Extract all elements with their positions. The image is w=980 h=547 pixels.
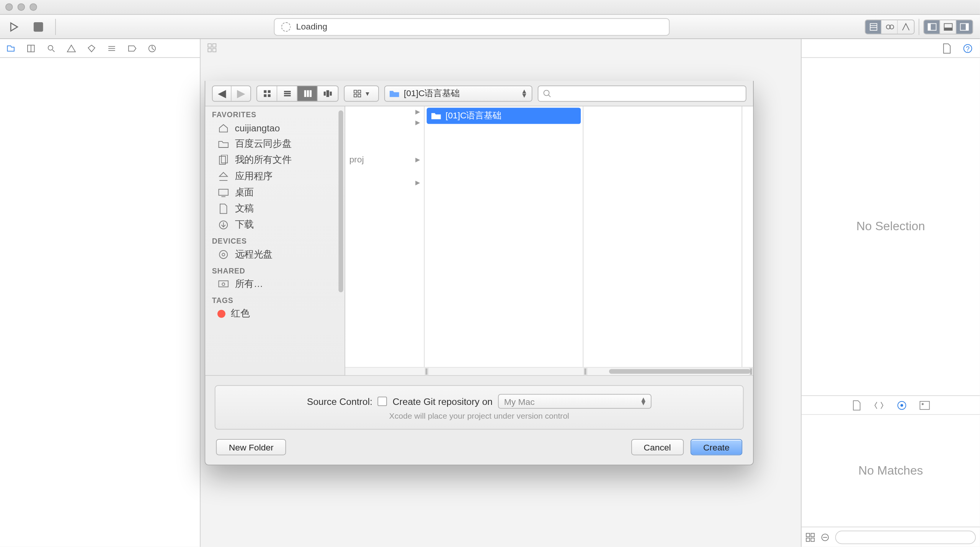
library-filter-field[interactable]: [835, 530, 976, 544]
list-item[interactable]: proj▶: [345, 152, 424, 166]
close-window-icon[interactable]: [5, 3, 13, 11]
panel-visibility-segment[interactable]: [923, 19, 973, 34]
coverflow-view-icon[interactable]: [318, 86, 338, 101]
minimize-window-icon[interactable]: [18, 3, 25, 11]
breakpoint-navigator-icon[interactable]: [127, 43, 137, 54]
version-editor-icon[interactable]: [898, 20, 914, 33]
svg-rect-39: [358, 90, 360, 93]
sidebar-item-allfiles[interactable]: 我的所有文件: [205, 152, 345, 168]
sidebar-item-documents[interactable]: 文稿: [205, 201, 345, 217]
list-view-icon[interactable]: [277, 86, 297, 101]
sheet-search-field[interactable]: [538, 85, 746, 101]
zoom-window-icon[interactable]: [29, 3, 37, 11]
updown-chevron-icon: ▲▼: [521, 89, 528, 97]
forward-button[interactable]: ▶: [232, 86, 250, 101]
svg-rect-36: [327, 90, 329, 97]
test-navigator-icon[interactable]: [86, 43, 97, 54]
code-snippet-library-icon[interactable]: [873, 400, 884, 410]
browser-column-1[interactable]: ▶ ▶ proj▶ ▶: [345, 106, 425, 375]
issue-navigator-icon[interactable]: [66, 43, 77, 54]
sidebar-item-remotedisc[interactable]: 远程光盘: [205, 246, 345, 262]
svg-point-58: [921, 403, 923, 405]
column-browser[interactable]: ▶ ▶ proj▶ ▶ [01]C语言基础 ▶: [345, 106, 753, 375]
left-panel-toggle-icon[interactable]: [924, 20, 940, 33]
column-resize-handle[interactable]: ‖: [425, 367, 429, 375]
list-item[interactable]: ▶: [345, 106, 424, 117]
svg-rect-62: [811, 538, 814, 541]
project-navigator-icon[interactable]: [5, 43, 16, 54]
svg-rect-35: [324, 91, 326, 95]
downloads-icon: [217, 219, 230, 231]
sidebar-item-downloads[interactable]: 下载: [205, 217, 345, 233]
back-button[interactable]: ◀: [213, 86, 232, 101]
svg-rect-10: [966, 23, 969, 30]
svg-text:?: ?: [966, 45, 970, 52]
right-panel-toggle-icon[interactable]: [956, 20, 972, 33]
grid-view-icon[interactable]: [805, 532, 815, 542]
editor-mode-segment[interactable]: [865, 19, 915, 34]
debug-navigator-icon[interactable]: [106, 43, 117, 54]
bottom-panel-toggle-icon[interactable]: [940, 20, 956, 33]
browser-column-3[interactable]: [583, 106, 742, 375]
all-files-icon: [217, 154, 230, 167]
run-button[interactable]: [7, 19, 22, 34]
location-popup[interactable]: [01]C语言基础 ▲▼: [384, 85, 532, 101]
svg-rect-32: [304, 90, 306, 97]
main-toolbar: Loading: [0, 15, 980, 39]
updown-chevron-icon: ▲▼: [640, 397, 647, 405]
list-item[interactable]: ▶: [345, 177, 424, 188]
selected-folder-item[interactable]: [01]C语言基础: [427, 108, 581, 124]
svg-rect-0: [870, 23, 877, 30]
sidebar-item-home[interactable]: cuijiangtao: [205, 120, 345, 136]
create-button[interactable]: Create: [691, 439, 742, 455]
svg-rect-34: [309, 90, 311, 97]
icon-view-icon[interactable]: [257, 86, 278, 101]
quick-help-icon[interactable]: ?: [962, 43, 973, 54]
sidebar-scrollbar[interactable]: [338, 110, 343, 292]
sidebar-item-shared-all[interactable]: 所有…: [205, 276, 345, 292]
report-navigator-icon[interactable]: [147, 43, 157, 54]
list-detail-icon[interactable]: [820, 532, 830, 542]
file-inspector-icon[interactable]: [942, 43, 952, 54]
svg-rect-37: [330, 91, 332, 95]
toolbar-divider: [919, 18, 920, 34]
svg-point-42: [544, 90, 549, 95]
chevron-right-icon: ▶: [415, 119, 420, 126]
sidebar-item-tag-red[interactable]: 红色: [205, 306, 345, 322]
column-resize-handle[interactable]: ‖: [583, 367, 588, 375]
assistant-editor-icon[interactable]: [882, 20, 898, 33]
view-mode-segment[interactable]: [256, 85, 338, 101]
cancel-button[interactable]: Cancel: [631, 439, 684, 455]
list-item[interactable]: ▶: [345, 117, 424, 128]
horizontal-scrollbar[interactable]: ‖ ‖ ‖: [345, 367, 753, 375]
search-icon: [542, 88, 552, 98]
sheet-sidebar[interactable]: FAVORITES cuijiangtao 百度云同步盘 我的所有文件 应用程序…: [205, 106, 345, 375]
find-navigator-icon[interactable]: [46, 43, 57, 54]
scrollbar-thumb[interactable]: [609, 369, 750, 373]
history-nav[interactable]: ◀ ▶: [212, 85, 251, 101]
browser-column-2[interactable]: [01]C语言基础 ▶: [425, 106, 583, 375]
svg-rect-41: [358, 94, 360, 97]
file-template-library-icon[interactable]: [852, 400, 861, 410]
svg-rect-57: [920, 401, 929, 409]
editor-area: ◀ ▶ ▼: [201, 39, 801, 547]
git-checkbox[interactable]: [378, 396, 387, 406]
svg-rect-28: [268, 94, 270, 97]
sidebar-item-baidu[interactable]: 百度云同步盘: [205, 136, 345, 152]
git-location-popup[interactable]: My Mac ▲▼: [498, 394, 652, 409]
new-folder-button[interactable]: New Folder: [216, 439, 286, 455]
sidebar-item-applications[interactable]: 应用程序: [205, 169, 345, 185]
arrange-button[interactable]: ▼: [344, 85, 379, 101]
object-library-icon[interactable]: [896, 400, 907, 410]
folder-icon: [217, 138, 230, 150]
activity-viewer: Loading: [274, 18, 670, 36]
media-library-icon[interactable]: [919, 400, 930, 410]
sidebar-item-desktop[interactable]: 桌面: [205, 185, 345, 201]
column-view-icon[interactable]: [297, 86, 318, 101]
folder-icon: [389, 88, 400, 98]
stop-button[interactable]: [31, 19, 46, 34]
svg-rect-61: [806, 538, 810, 541]
symbol-navigator-icon[interactable]: [26, 43, 36, 54]
svg-rect-27: [263, 94, 266, 97]
standard-editor-icon[interactable]: [866, 20, 882, 33]
